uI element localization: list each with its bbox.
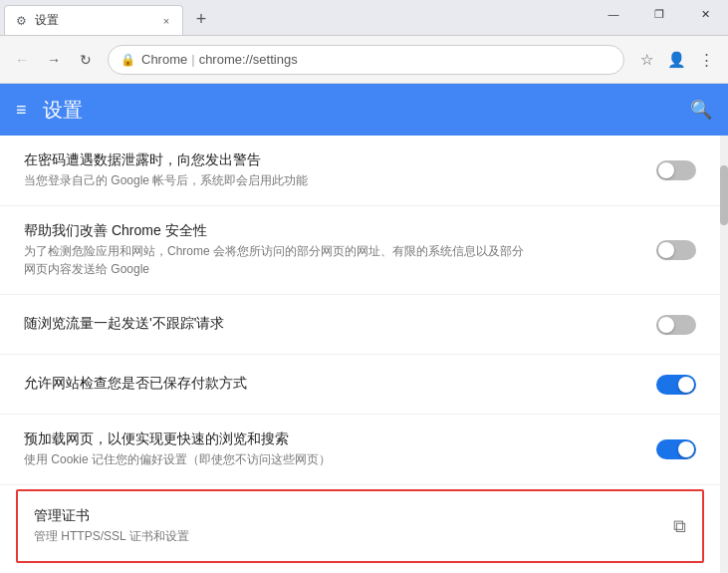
omnibox-separator: | <box>191 52 194 67</box>
title-bar: ⚙ 设置 × + — ❐ ✕ <box>0 0 728 36</box>
setting-item-certificates[interactable]: 管理证书 管理 HTTPS/SSL 证书和设置 ⧉ <box>16 489 704 563</box>
omnibox-url-text: chrome://settings <box>199 52 298 67</box>
minimize-button[interactable]: — <box>591 0 636 28</box>
setting-title-chrome-safety: 帮助我们改善 Chrome 安全性 <box>24 222 640 240</box>
close-tab-button[interactable]: × <box>158 13 174 29</box>
toggle-knob-chrome-safety <box>658 242 674 258</box>
toggle-password-breach[interactable] <box>656 160 696 180</box>
setting-desc-preload: 使用 Cookie 记住您的偏好设置（即使您不访问这些网页） <box>24 450 640 468</box>
setting-desc-chrome-safety: 为了检测危险应用和网站，Chrome 会将您所访问的部分网页的网址、有限的系统信… <box>24 242 640 278</box>
scrollbar-thumb[interactable] <box>720 165 728 225</box>
close-window-button[interactable]: ✕ <box>682 0 728 28</box>
tab-favicon-icon: ⚙ <box>13 13 29 29</box>
toolbar-right: ☆ 👤 ⋮ <box>632 46 720 74</box>
scrollbar-track[interactable] <box>720 136 728 573</box>
toggle-preload[interactable] <box>656 439 696 459</box>
toggle-knob-password-breach <box>658 162 674 178</box>
menu-button[interactable]: ⋮ <box>692 46 720 74</box>
setting-item-password-breach: 在密码遭遇数据泄露时，向您发出警告 当您登录自己的 Google 帐号后，系统即… <box>0 136 720 206</box>
setting-item-dnt: 随浏览流量一起发送'不跟踪'请求 <box>0 295 720 355</box>
setting-desc-certificates: 管理 HTTPS/SSL 证书和设置 <box>34 527 657 545</box>
hamburger-menu-button[interactable]: ≡ <box>16 100 27 121</box>
setting-title-dnt: 随浏览流量一起发送'不跟踪'请求 <box>24 315 640 333</box>
active-tab[interactable]: ⚙ 设置 × <box>4 5 183 35</box>
setting-item-preload: 预加载网页，以便实现更快速的浏览和搜索 使用 Cookie 记住您的偏好设置（即… <box>0 415 720 485</box>
omnibox-chrome-text: Chrome <box>141 52 187 67</box>
tab-strip: ⚙ 设置 × + <box>0 0 215 35</box>
toggle-switch-dnt[interactable] <box>656 315 696 335</box>
toggle-switch-payment[interactable] <box>656 375 696 395</box>
toggle-switch-preload[interactable] <box>656 439 696 459</box>
back-button[interactable]: ← <box>8 46 36 74</box>
toggle-chrome-safety[interactable] <box>656 240 696 260</box>
window-controls: — ❐ ✕ <box>591 0 728 28</box>
account-button[interactable]: 👤 <box>662 46 690 74</box>
reload-button[interactable]: ↻ <box>72 46 100 74</box>
restore-button[interactable]: ❐ <box>636 0 682 28</box>
toggle-switch-chrome-safety[interactable] <box>656 240 696 260</box>
toggle-switch-password-breach[interactable] <box>656 160 696 180</box>
external-link-icon: ⧉ <box>673 516 686 536</box>
setting-item-payment: 允许网站检查您是否已保存付款方式 <box>0 355 720 415</box>
toggle-payment[interactable] <box>656 375 696 395</box>
setting-title-preload: 预加载网页，以便实现更快速的浏览和搜索 <box>24 430 640 448</box>
settings-main: 在密码遭遇数据泄露时，向您发出警告 当您登录自己的 Google 帐号后，系统即… <box>0 136 720 573</box>
ext-link-certificates[interactable]: ⧉ <box>673 516 686 537</box>
certificates-wrapper: 管理证书 管理 HTTPS/SSL 证书和设置 ⧉ <box>0 485 720 567</box>
toggle-knob-payment <box>678 377 694 393</box>
toggle-dnt[interactable] <box>656 315 696 335</box>
setting-item-chrome-safety: 帮助我们改善 Chrome 安全性 为了检测危险应用和网站，Chrome 会将您… <box>0 206 720 295</box>
bookmark-button[interactable]: ☆ <box>632 46 660 74</box>
page-title: 设置 <box>43 97 690 124</box>
search-icon[interactable]: 🔍 <box>690 99 712 121</box>
settings-content: 在密码遭遇数据泄露时，向您发出警告 当您登录自己的 Google 帐号后，系统即… <box>0 136 728 573</box>
tab-title-label: 设置 <box>35 12 152 29</box>
setting-title-payment: 允许网站检查您是否已保存付款方式 <box>24 375 640 393</box>
setting-title-password-breach: 在密码遭遇数据泄露时，向您发出警告 <box>24 151 640 169</box>
lock-icon: 🔒 <box>121 53 135 67</box>
forward-button[interactable]: → <box>40 46 68 74</box>
setting-title-certificates: 管理证书 <box>34 507 657 525</box>
setting-item-security-keys: 管理安全密钥 重置安全密钥并创建 PIN 码 › <box>0 567 720 573</box>
app-header: ≡ 设置 🔍 <box>0 84 728 136</box>
address-bar: ← → ↻ 🔒 Chrome | chrome://settings ☆ 👤 ⋮ <box>0 36 728 84</box>
omnibox[interactable]: 🔒 Chrome | chrome://settings <box>108 45 624 75</box>
toggle-knob-dnt <box>658 317 674 333</box>
toggle-knob-preload <box>678 441 694 457</box>
browser-window: ⚙ 设置 × + — ❐ ✕ ← → ↻ 🔒 Chrome | chrome:/… <box>0 0 728 573</box>
setting-desc-password-breach: 当您登录自己的 Google 帐号后，系统即会启用此功能 <box>24 171 640 189</box>
new-tab-button[interactable]: + <box>187 5 215 33</box>
